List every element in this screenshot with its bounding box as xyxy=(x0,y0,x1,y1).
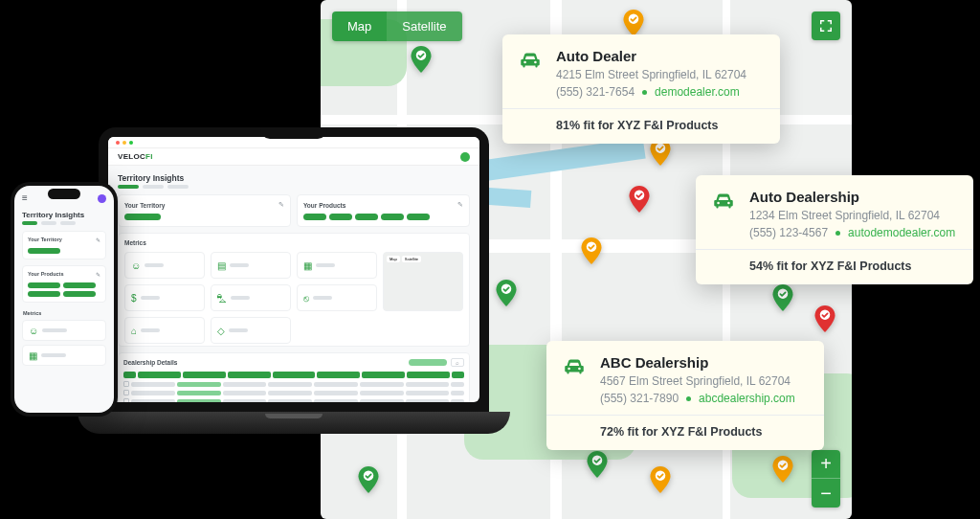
dealer-website-link[interactable]: autodemodealer.com xyxy=(848,226,955,239)
map-fullscreen-button[interactable] xyxy=(812,11,840,40)
phone-notch xyxy=(48,189,80,199)
edit-icon[interactable]: ✎ xyxy=(457,201,463,209)
metric-item[interactable]: ▤ xyxy=(211,252,291,279)
row-checkbox[interactable] xyxy=(123,381,129,387)
svg-point-16 xyxy=(778,460,789,470)
dealer-address: 4567 Elm Street Springfield, IL 62704 xyxy=(600,374,809,388)
edit-icon[interactable]: ✎ xyxy=(96,237,100,243)
map-pin[interactable] xyxy=(769,456,796,483)
table-header-row xyxy=(123,372,464,378)
dealer-title: ABC Dealership xyxy=(600,354,809,371)
dealer-website-link[interactable]: demodealer.com xyxy=(655,85,740,99)
search-button[interactable]: ⌕ xyxy=(451,358,464,367)
map-pin[interactable] xyxy=(626,186,653,213)
table-row[interactable] xyxy=(123,390,464,395)
phone-mockup: ≡ Territory Insights Your Territory ✎ Yo… xyxy=(11,182,118,417)
status-dot xyxy=(835,231,840,236)
map-view-satellite-button[interactable]: Satellite xyxy=(387,11,461,41)
table-row[interactable] xyxy=(123,398,464,402)
dealer-address: 4215 Elm Street Springfield, IL 62704 xyxy=(556,68,765,81)
territory-card[interactable]: Your Territory ✎ xyxy=(118,194,291,227)
hamburger-icon[interactable]: ≡ xyxy=(22,192,28,203)
dealer-title: Auto Dealer xyxy=(556,48,765,64)
svg-point-14 xyxy=(591,455,602,465)
row-checkbox[interactable] xyxy=(123,398,129,402)
metric-item[interactable]: ◇ xyxy=(211,317,291,344)
dealer-phone: (555) 321-7654 xyxy=(556,85,635,99)
app-header: VELOCFI xyxy=(108,148,479,166)
zoom-out-button[interactable]: − xyxy=(812,479,840,508)
metric-item[interactable]: ☺ xyxy=(124,252,205,279)
status-dot xyxy=(686,396,691,401)
map-pin[interactable] xyxy=(578,237,605,264)
dealer-title: Auto Dealership xyxy=(749,189,958,205)
app-brand: VELOCFI xyxy=(118,152,153,161)
map-pin[interactable] xyxy=(620,10,647,36)
users-icon: ☺ xyxy=(131,260,141,271)
edit-icon[interactable]: ✎ xyxy=(96,271,100,278)
metrics-card-title: Metrics xyxy=(124,239,463,246)
map-pin[interactable] xyxy=(408,46,434,73)
products-card[interactable]: Your Products ✎ xyxy=(297,194,470,227)
map-zoom-controls: + − xyxy=(812,450,840,508)
map-view-map-button[interactable]: Map xyxy=(332,11,387,41)
metric-item[interactable]: ▦ xyxy=(297,252,377,279)
svg-point-15 xyxy=(656,470,666,481)
tag-icon: ◇ xyxy=(217,326,225,336)
table-row[interactable] xyxy=(123,381,464,387)
map-pin[interactable] xyxy=(769,284,796,311)
details-card-title: Dealership Details xyxy=(123,359,177,366)
dealer-card-2[interactable]: ABC Dealership 4567 Elm Street Springfie… xyxy=(546,341,824,450)
svg-point-3 xyxy=(656,144,666,154)
dealer-card-0[interactable]: Auto Dealer 4215 Elm Street Springfield,… xyxy=(502,34,780,144)
users-icon: ☺ xyxy=(29,326,38,336)
dealer-website-link[interactable]: abcdealership.com xyxy=(699,392,795,405)
dollar-icon: $ xyxy=(131,293,137,304)
territory-card-title: Your Territory xyxy=(28,237,62,243)
dealer-fit-score: 81% fit for XYZ F&I Products xyxy=(479,119,765,132)
metric-item[interactable]: ⛍ xyxy=(211,284,291,311)
dealer-card-1[interactable]: Auto Dealership 1234 Elm Street Springfi… xyxy=(696,175,973,284)
map-pin[interactable] xyxy=(584,451,611,478)
map-pin[interactable] xyxy=(812,305,838,332)
status-dot xyxy=(642,90,647,95)
svg-point-13 xyxy=(364,470,374,481)
metric-item[interactable]: ⎋ xyxy=(297,284,377,311)
products-card-title: Your Products xyxy=(303,202,345,209)
filter-chip[interactable] xyxy=(409,359,447,366)
svg-point-9 xyxy=(778,289,789,300)
svg-point-5 xyxy=(635,191,645,201)
metric-item[interactable]: ⌂ xyxy=(124,317,205,344)
map-pin[interactable] xyxy=(647,466,674,493)
dealer-fit-score: 72% fit for XYZ F&I Products xyxy=(523,425,809,439)
metric-item[interactable]: ☺ xyxy=(22,320,106,341)
cart-icon: ⎋ xyxy=(303,293,309,304)
car-icon xyxy=(711,189,736,214)
divider xyxy=(502,108,780,109)
app-window: VELOCFI Territory Insights Your Territor… xyxy=(108,137,479,402)
car-icon: ⛍ xyxy=(217,293,227,304)
map-view-toggle: Map Satellite xyxy=(332,11,462,41)
products-card[interactable]: Your Products ✎ xyxy=(22,265,106,303)
laptop-mockup: VELOCFI Territory Insights Your Territor… xyxy=(78,127,510,434)
svg-point-0 xyxy=(629,13,639,24)
fullscreen-icon xyxy=(819,19,833,33)
tag-icon: ⌂ xyxy=(131,326,137,336)
calendar-icon: ▦ xyxy=(303,260,312,271)
zoom-in-button[interactable]: + xyxy=(812,450,840,479)
metric-item[interactable]: ▦ xyxy=(22,345,106,366)
user-avatar[interactable] xyxy=(460,152,470,162)
user-avatar[interactable] xyxy=(98,194,106,203)
territory-card[interactable]: Your Territory ✎ xyxy=(22,231,106,260)
edit-icon[interactable]: ✎ xyxy=(278,201,284,209)
divider xyxy=(696,249,973,250)
laptop-notch xyxy=(260,127,327,139)
metric-item[interactable]: $ xyxy=(124,284,205,311)
row-checkbox[interactable] xyxy=(123,390,129,395)
metrics-map-preview[interactable]: Map Satellite xyxy=(383,252,463,311)
dealer-phone: (555) 123-4567 xyxy=(749,226,828,239)
dealer-fit-score: 54% fit for XYZ F&I Products xyxy=(673,260,958,273)
dealership-details-card: Dealership Details ⌕ xyxy=(118,352,470,402)
divider xyxy=(546,415,824,416)
map-pin[interactable] xyxy=(355,466,382,493)
